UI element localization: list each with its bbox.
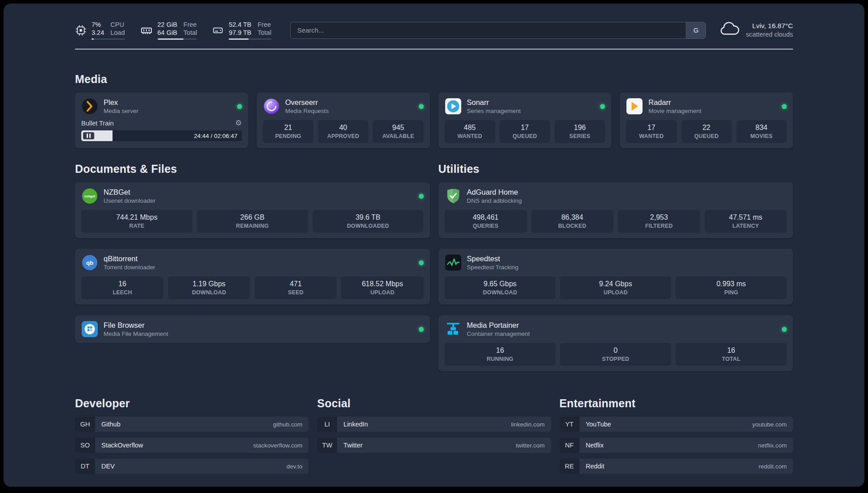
settings-gear-icon[interactable]: ⚙	[235, 119, 242, 127]
stat-stopped: 0 STOPPED	[560, 343, 671, 366]
service-subtitle: Media File Management	[104, 330, 168, 338]
bookmark-abbr: DT	[75, 459, 95, 474]
service-card-qbittorrent[interactable]: qb qBittorrent Torrent downloader 16 LEE…	[75, 249, 430, 305]
svg-text:nzbget: nzbget	[84, 194, 96, 198]
stat-remaining: 266 GB REMAINING	[197, 210, 308, 233]
bookmark-dev[interactable]: DT DEV dev.to	[75, 459, 309, 474]
bookmark-linkedin[interactable]: LI LinkedIn linkedin.com	[317, 417, 551, 432]
cpu-load-label: Load	[110, 29, 125, 37]
radarr-icon	[626, 98, 643, 115]
search-provider-button[interactable]: G	[686, 22, 705, 38]
bookmark-url: dev.to	[287, 463, 303, 470]
status-dot	[237, 104, 242, 109]
stat-downloaded: 39.6 TB DOWNLOADED	[313, 210, 424, 233]
bookmark-github[interactable]: GH Github github.com	[75, 417, 309, 432]
service-card-speedtest[interactable]: Speedtest Speedtest Tracking 9.65 Gbps D…	[438, 249, 793, 305]
stat-approved: 40 APPROVED	[318, 120, 368, 143]
portainer-icon	[445, 321, 462, 338]
memory-usage-bar	[158, 38, 197, 40]
stat-upload: 618.52 Mbps UPLOAD	[341, 276, 423, 299]
pause-button[interactable]	[83, 132, 94, 139]
memory-free-value: 22 GiB	[158, 21, 177, 29]
stat-series: 196 SERIES	[555, 120, 605, 143]
service-card-sonarr[interactable]: Sonarr Series management 485 WANTED 17 Q…	[438, 92, 612, 148]
section-title-media: Media	[75, 73, 793, 86]
bookmark-group-social: Social LI LinkedIn linkedin.com TW Twitt…	[317, 397, 551, 474]
bookmark-url: linkedin.com	[511, 421, 545, 428]
service-card-nzbget[interactable]: nzbget NZBGet Usenet downloader 744.21 M…	[75, 182, 430, 238]
bookmark-abbr: NF	[559, 438, 580, 453]
stat-download: 1.19 Gbps DOWNLOAD	[168, 276, 250, 299]
stat-upload: 9.24 Gbps UPLOAD	[560, 276, 671, 299]
section-documents: Documents & Files nzbget NZBGet U	[75, 163, 430, 343]
topbar-divider	[75, 49, 793, 50]
resource-widgets: 7% CPU 3.24 Load 22 GiB Fre	[75, 21, 271, 40]
status-dot	[600, 104, 605, 109]
cpu-usage-bar	[92, 38, 125, 40]
bookmark-stackoverflow[interactable]: SO StackOverflow stackoverflow.com	[75, 438, 309, 453]
stat-seed: 471 SEED	[255, 276, 337, 299]
section-title-documents: Documents & Files	[75, 163, 430, 175]
service-card-overseerr[interactable]: Overseerr Media Requests 21 PENDING 40 A…	[257, 92, 430, 148]
service-name: Speedtest	[467, 254, 519, 263]
playback-progress-bar[interactable]: 24:44 / 02:06:47	[81, 130, 242, 141]
disk-free-label: Free	[258, 21, 271, 29]
stat-ping: 0.993 ms PING	[676, 276, 787, 299]
bookmark-group-developer: Developer GH Github github.com SO StackO…	[75, 397, 309, 474]
bookmark-youtube[interactable]: YT YouTube youtube.com	[559, 417, 793, 432]
search-bar: G	[290, 22, 706, 39]
bookmark-abbr: TW	[317, 438, 337, 453]
weather-condition: scattered clouds	[746, 30, 793, 39]
service-subtitle: Usenet downloader	[104, 197, 155, 205]
bookmark-netflix[interactable]: NF Netflix netflix.com	[559, 438, 793, 453]
stat-queued: 22 QUEUED	[681, 120, 732, 143]
service-name: AdGuard Home	[467, 188, 522, 197]
stat-queries: 498,461 QUERIES	[445, 210, 527, 233]
section-media: Media Plex Media server	[75, 73, 793, 148]
cpu-usage-value: 7%	[92, 21, 104, 29]
bookmark-name: Twitter	[343, 442, 363, 449]
top-bar: 7% CPU 3.24 Load 22 GiB Fre	[75, 4, 793, 40]
service-subtitle: Media Requests	[285, 107, 329, 115]
stat-blocked: 86,384 BLOCKED	[531, 210, 613, 233]
bookmark-name: Github	[101, 421, 121, 428]
stat-total: 16 TOTAL	[676, 343, 787, 366]
status-dot	[419, 260, 424, 265]
disk-total-value: 97.9 TB	[229, 29, 251, 37]
disk-widget: 52.4 TB Free 97.9 TB Total	[212, 21, 271, 40]
service-subtitle: DNS and adblocking	[467, 197, 522, 205]
bookmark-url: youtube.com	[752, 421, 787, 428]
service-card-radarr[interactable]: Radarr Movie management 17 WANTED 22 QUE…	[620, 92, 793, 148]
service-card-adguard[interactable]: AdGuard Home DNS and adblocking 498,461 …	[438, 182, 793, 238]
filebrowser-icon	[81, 321, 98, 338]
service-card-portainer[interactable]: Media Portainer Container management 16 …	[438, 315, 793, 371]
bookmark-group-title: Developer	[75, 397, 309, 410]
memory-icon	[140, 24, 153, 37]
status-dot	[419, 104, 424, 109]
search-input[interactable]	[290, 22, 706, 39]
status-dot	[782, 327, 787, 332]
qbittorrent-icon: qb	[81, 254, 98, 271]
cpu-widget: 7% CPU 3.24 Load	[75, 21, 125, 40]
stat-queued: 17 QUEUED	[500, 120, 550, 143]
service-subtitle: Torrent downloader	[104, 263, 155, 271]
service-name: Sonarr	[467, 98, 521, 107]
disk-usage-bar	[229, 38, 271, 40]
service-card-plex[interactable]: Plex Media server Bullet Train ⚙ 24:44 /…	[75, 92, 248, 148]
stat-rate: 744.21 Mbps RATE	[81, 210, 192, 233]
status-dot	[419, 327, 424, 332]
bookmark-url: reddit.com	[759, 463, 787, 470]
memory-widget: 22 GiB Free 64 GiB Total	[140, 21, 197, 40]
bookmark-twitter[interactable]: TW Twitter twitter.com	[317, 438, 551, 453]
service-card-filebrowser[interactable]: File Browser Media File Management	[75, 315, 430, 343]
speedtest-icon	[445, 254, 462, 271]
bookmark-reddit[interactable]: RE Reddit reddit.com	[559, 459, 793, 474]
stat-pending: 21 PENDING	[263, 120, 313, 143]
weather-location: Lviv, 16.87°C	[746, 21, 793, 30]
service-name: qBittorrent	[104, 254, 155, 263]
bookmark-url: stackoverflow.com	[253, 442, 302, 449]
service-name: Overseerr	[285, 98, 329, 107]
bookmark-url: github.com	[273, 421, 302, 428]
memory-free-label: Free	[184, 21, 197, 29]
overseerr-icon	[263, 98, 280, 115]
